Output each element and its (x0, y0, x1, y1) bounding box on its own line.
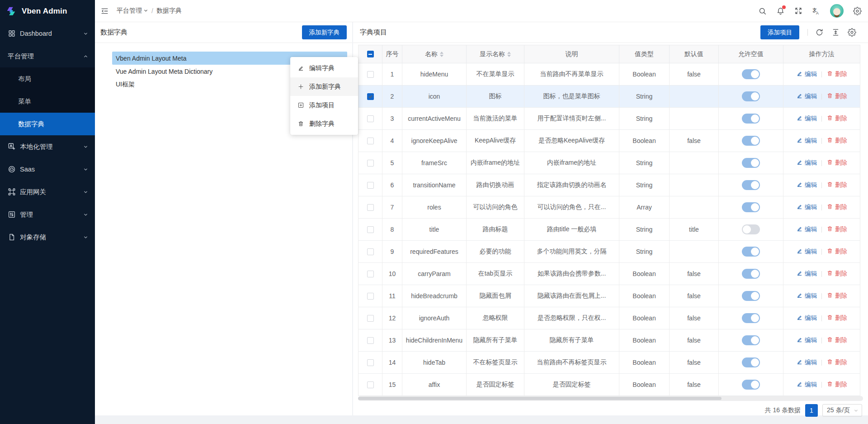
row-checkbox[interactable] (367, 160, 374, 167)
sidebar-item-data-dictionary[interactable]: 数据字典 (0, 113, 95, 135)
edit-row-button[interactable]: 编辑 (796, 137, 817, 145)
edit-row-button[interactable]: 编辑 (796, 114, 817, 123)
allow-empty-toggle[interactable] (742, 335, 760, 345)
sidebar-item-dashboard[interactable]: Dashboard (0, 22, 95, 45)
row-checkbox[interactable] (367, 226, 374, 233)
sidebar-item-menu[interactable]: 菜单 (0, 90, 95, 113)
row-checkbox[interactable] (367, 315, 374, 322)
user-avatar[interactable] (830, 4, 844, 18)
breadcrumb-item-data-dictionary[interactable]: 数据字典 (156, 7, 182, 15)
edit-row-button[interactable]: 编辑 (796, 314, 817, 322)
delete-row-button[interactable]: 删除 (826, 358, 847, 367)
allow-empty-toggle[interactable] (742, 180, 760, 190)
delete-row-button[interactable]: 删除 (826, 70, 847, 78)
edit-row-button[interactable]: 编辑 (796, 270, 817, 278)
row-checkbox[interactable] (367, 204, 374, 211)
refresh-icon[interactable] (815, 28, 824, 37)
horizontal-scrollbar[interactable] (358, 396, 863, 401)
row-checkbox[interactable] (367, 271, 374, 277)
sidebar-item-object-storage[interactable]: 对象存储 (0, 226, 95, 248)
header-cell[interactable]: 显示名称 (467, 45, 524, 63)
edit-row-button[interactable]: 编辑 (796, 92, 817, 100)
row-checkbox[interactable] (367, 337, 374, 344)
allow-empty-toggle[interactable] (742, 136, 760, 146)
select-all-header-cell[interactable] (359, 45, 382, 63)
fullscreen-icon[interactable] (794, 7, 802, 15)
sort-icon[interactable] (440, 52, 443, 57)
add-dictionary-button[interactable]: 添加新字典 (302, 25, 347, 39)
translate-icon[interactable]: 文A (812, 7, 821, 15)
allow-empty-toggle[interactable] (742, 224, 760, 234)
row-checkbox[interactable] (367, 182, 374, 189)
add-item-button[interactable]: 添加项目 (760, 25, 799, 39)
edit-row-button[interactable]: 编辑 (796, 336, 817, 344)
header-cell[interactable]: 名称 (402, 45, 467, 63)
delete-row-button[interactable]: 删除 (826, 292, 847, 300)
delete-row-button[interactable]: 删除 (826, 381, 847, 389)
row-checkbox[interactable] (367, 71, 374, 78)
delete-row-button[interactable]: 删除 (826, 314, 847, 322)
allow-empty-toggle[interactable] (742, 202, 760, 212)
allow-empty-toggle[interactable] (742, 313, 760, 323)
allow-empty-toggle[interactable] (742, 158, 760, 168)
row-checkbox[interactable] (367, 359, 374, 366)
edit-row-button[interactable]: 编辑 (796, 225, 817, 233)
allow-empty-toggle[interactable] (742, 291, 760, 301)
edit-row-button[interactable]: 编辑 (796, 248, 817, 256)
allow-empty-toggle[interactable] (742, 91, 760, 101)
allow-empty-toggle[interactable] (742, 357, 760, 367)
sidebar-item-gateway[interactable]: 应用网关 (0, 181, 95, 203)
row-checkbox[interactable] (367, 115, 374, 122)
delete-row-button[interactable]: 删除 (826, 159, 847, 167)
row-checkbox[interactable] (367, 293, 374, 300)
edit-row-button[interactable]: 编辑 (796, 159, 817, 167)
page-size-select[interactable]: 25 条/页 (822, 404, 862, 417)
context-menu-item[interactable]: 添加项目 (290, 96, 358, 114)
context-menu-item[interactable]: 添加新字典 (290, 77, 358, 96)
row-checkbox[interactable] (367, 248, 374, 255)
row-checkbox[interactable] (367, 93, 374, 100)
sidebar-item-platform[interactable]: 平台管理 (0, 45, 95, 67)
edit-row-button[interactable]: 编辑 (796, 70, 817, 78)
breadcrumb-item-platform[interactable]: 平台管理 (117, 7, 148, 15)
row-checkbox[interactable] (367, 381, 374, 388)
value-type-cell: String (619, 152, 670, 174)
edit-row-button[interactable]: 编辑 (796, 203, 817, 211)
context-menu-item[interactable]: 删除字典 (290, 114, 358, 133)
edit-row-button[interactable]: 编辑 (796, 381, 817, 389)
allow-empty-toggle[interactable] (742, 247, 760, 257)
vertical-scrollbar[interactable] (864, 66, 867, 370)
menu-fold-icon[interactable] (100, 7, 109, 15)
sidebar-item-manage[interactable]: 管理 (0, 203, 95, 226)
row-height-icon[interactable] (831, 28, 840, 37)
delete-row-button[interactable]: 删除 (826, 114, 847, 123)
delete-row-button[interactable]: 删除 (826, 248, 847, 256)
sort-icon[interactable] (507, 52, 511, 57)
edit-row-button[interactable]: 编辑 (796, 292, 817, 300)
delete-row-button[interactable]: 删除 (826, 137, 847, 145)
settings-icon[interactable] (853, 7, 862, 15)
delete-row-button[interactable]: 删除 (826, 270, 847, 278)
edit-row-button[interactable]: 编辑 (796, 181, 817, 189)
allow-empty-toggle[interactable] (742, 380, 760, 390)
sidebar-item-layout[interactable]: 布局 (0, 67, 95, 90)
delete-row-button[interactable]: 删除 (826, 92, 847, 100)
context-menu-item[interactable]: 编辑字典 (290, 59, 358, 77)
settings-icon[interactable] (848, 28, 856, 37)
sidebar-item-localization[interactable]: 本地化管理 (0, 135, 95, 158)
delete-row-button[interactable]: 删除 (826, 181, 847, 189)
search-icon[interactable] (758, 7, 767, 15)
allow-empty-toggle[interactable] (742, 114, 760, 124)
delete-row-button[interactable]: 删除 (826, 336, 847, 344)
pagination-page-1[interactable]: 1 (805, 404, 818, 417)
delete-row-button[interactable]: 删除 (826, 225, 847, 233)
allow-empty-toggle[interactable] (742, 69, 760, 79)
row-checkbox[interactable] (367, 138, 374, 144)
select-all-checkbox[interactable] (367, 51, 374, 57)
delete-row-button[interactable]: 删除 (826, 203, 847, 211)
app-logo[interactable]: Vben Admin (0, 0, 95, 22)
allow-empty-toggle[interactable] (742, 269, 760, 279)
sidebar-item-saas[interactable]: Saas (0, 158, 95, 181)
bell-icon[interactable] (776, 7, 785, 15)
edit-row-button[interactable]: 编辑 (796, 358, 817, 367)
